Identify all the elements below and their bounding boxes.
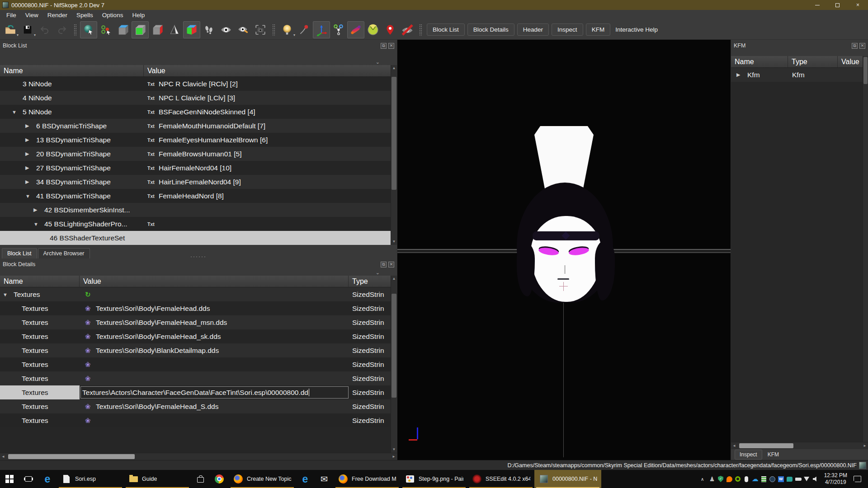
- scrollbar-thumb[interactable]: [8, 454, 135, 459]
- culling-pie-button[interactable]: [364, 21, 382, 38]
- eye-button[interactable]: [217, 21, 235, 38]
- taskbar-sseedit[interactable]: SSEEdit 4.0.2 x64: [467, 470, 534, 488]
- red-cube-button[interactable]: [149, 21, 166, 38]
- block-details-toggle-button[interactable]: Block Details: [467, 23, 514, 36]
- kfm-row[interactable]: ▶Kfm Kfm: [731, 68, 868, 82]
- taskbar-firefox-topic[interactable]: Create New Topic ...: [229, 470, 296, 488]
- detail-row-textures-root[interactable]: ▼Textures↻SizedStrin: [0, 287, 397, 301]
- detail-row-texture[interactable]: Textures❀Textures\Sori\Body\FemaleHead.d…: [0, 301, 397, 315]
- float-panel-icon[interactable]: ⧉: [381, 262, 387, 267]
- chat-tray-icon[interactable]: [785, 470, 794, 488]
- open-dropdown-icon[interactable]: ▾: [17, 33, 19, 37]
- joints-button[interactable]: [330, 21, 347, 38]
- pin-needle-button[interactable]: [296, 21, 313, 38]
- expand-icon[interactable]: ▶: [25, 123, 36, 129]
- splitter-handle[interactable]: [190, 256, 206, 258]
- scrollbar-thumb[interactable]: [392, 77, 396, 190]
- defender-tray-icon[interactable]: ✓: [717, 470, 725, 488]
- hide-eye-button[interactable]: [399, 21, 416, 38]
- kfm-horizontal-scrollbar[interactable]: ◄ ►: [731, 442, 868, 449]
- block-row-41[interactable]: ▼41 BSDynamicTriShapeTxtFemaleHeadNord […: [0, 189, 397, 203]
- solid-cube-button[interactable]: [114, 21, 132, 38]
- hidden-icons-chevron[interactable]: ∧: [697, 477, 708, 482]
- detail-row-texture[interactable]: Textures❀Textures\Sori\Body\FemaleHead_S…: [0, 399, 397, 413]
- header-toggle-button[interactable]: Header: [517, 23, 549, 36]
- texture-path-edit-field[interactable]: Textures\Actors\Character\FaceGenData\Fa…: [80, 386, 349, 399]
- green-cube-button[interactable]: [132, 21, 149, 38]
- kfm-toggle-button[interactable]: KFM: [586, 23, 611, 36]
- onedrive-tray-icon[interactable]: ☁: [751, 470, 760, 488]
- maximize-button[interactable]: [827, 0, 848, 10]
- menu-render[interactable]: Render: [43, 11, 72, 19]
- wifi-tray-icon[interactable]: [802, 470, 811, 488]
- detail-row-texture[interactable]: Textures❀Textures\Sori\Body\FemaleHead_s…: [0, 329, 397, 343]
- block-details-vertical-scrollbar[interactable]: ▲ ▼: [391, 276, 397, 453]
- float-panel-icon[interactable]: ⧉: [852, 43, 858, 49]
- scrollbar-thumb[interactable]: [392, 294, 396, 398]
- avast-tray-icon[interactable]: [725, 470, 734, 488]
- menu-spells[interactable]: Spells: [72, 11, 98, 19]
- tab-inspect[interactable]: Inspect: [735, 450, 762, 460]
- close-panel-icon[interactable]: ✕: [859, 43, 865, 49]
- steam-tray-icon[interactable]: [768, 470, 777, 488]
- close-button[interactable]: ×: [848, 0, 868, 10]
- detail-row-texture[interactable]: Textures❀SizedStrin: [0, 413, 397, 427]
- scroll-left-icon[interactable]: ◄: [0, 453, 6, 460]
- taskbar-paint[interactable]: Step-9g.png - Paint: [401, 470, 467, 488]
- action-center-icon[interactable]: [854, 476, 861, 482]
- expand-icon[interactable]: ▶: [736, 72, 747, 78]
- eye-edit-button[interactable]: [235, 21, 252, 38]
- menu-options[interactable]: Options: [98, 11, 128, 19]
- taskbar-clock[interactable]: 12:32 PM 4/7/2019: [820, 472, 852, 486]
- prism-button[interactable]: [166, 21, 183, 38]
- undo-button[interactable]: [36, 21, 53, 38]
- scroll-left-icon[interactable]: ◄: [731, 442, 737, 449]
- expand-icon[interactable]: ▶: [25, 179, 36, 185]
- bone-button[interactable]: [347, 21, 364, 38]
- block-row-3[interactable]: 3 NiNodeTxtNPC R Clavicle [RClv] [2]: [0, 77, 397, 91]
- column-header-type[interactable]: Type: [788, 56, 838, 67]
- block-row-13[interactable]: ▶13 BSDynamicTriShapeTxtFemaleEyesHumanH…: [0, 133, 397, 147]
- start-button[interactable]: [0, 470, 19, 488]
- open-file-button[interactable]: ▾: [2, 21, 19, 38]
- block-row-34[interactable]: ▶34 BSDynamicTriShapeTxtHairLineFemaleNo…: [0, 175, 397, 189]
- taskbar-chrome[interactable]: [210, 470, 229, 488]
- block-row-45[interactable]: ▼45 BSLightingShaderPro...Txt: [0, 217, 397, 231]
- block-list-toggle-button[interactable]: Block List: [427, 23, 465, 36]
- column-header-type[interactable]: Type: [349, 276, 397, 287]
- column-header-name[interactable]: Name: [0, 65, 144, 76]
- textured-cube-button[interactable]: [183, 21, 200, 38]
- taskbar-mail[interactable]: ✉: [315, 470, 334, 488]
- detail-row-texture[interactable]: Textures❀Textures\Sori\Body\BlankDetailm…: [0, 343, 397, 357]
- expand-icon[interactable]: ▶: [33, 207, 44, 213]
- block-details-horizontal-scrollbar[interactable]: ◄ ►: [0, 453, 397, 460]
- taskbar-firefox-download[interactable]: Free Download M...: [334, 470, 401, 488]
- detail-row-texture-editing[interactable]: TexturesTextures\Actors\Character\FaceGe…: [0, 385, 397, 399]
- taskbar-store[interactable]: [191, 470, 210, 488]
- scroll-down-icon[interactable]: ▼: [391, 239, 397, 245]
- screenshot-button[interactable]: [252, 21, 269, 38]
- block-row-20[interactable]: ▶20 BSDynamicTriShapeTxtFemaleBrowsHuman…: [0, 147, 397, 161]
- battery-tray-icon[interactable]: [794, 470, 802, 488]
- minimize-button[interactable]: [807, 0, 827, 10]
- user-tray-icon[interactable]: ♟: [708, 470, 717, 488]
- inspect-toggle-button[interactable]: Inspect: [552, 23, 583, 36]
- detail-row-texture[interactable]: Textures❀SizedStrin: [0, 371, 397, 385]
- header-chevron-icon[interactable]: ⌄: [376, 59, 380, 65]
- location-pin-button[interactable]: [382, 21, 399, 38]
- volume-tray-icon[interactable]: [811, 470, 820, 488]
- scrollbar-thumb[interactable]: [739, 443, 793, 448]
- expand-icon[interactable]: ▶: [25, 151, 36, 157]
- tab-kfm[interactable]: KFM: [763, 450, 783, 459]
- expand-icon[interactable]: ▶: [25, 165, 36, 171]
- taskbar-nifskope-active[interactable]: 00000800.NIF - Nif...: [534, 470, 601, 488]
- taskbar-guide-folder[interactable]: Guide: [124, 470, 191, 488]
- axes-button[interactable]: [313, 21, 330, 38]
- detail-row-texture[interactable]: Textures❀Textures\Sori\Body\FemaleHead_m…: [0, 315, 397, 329]
- task-view-button[interactable]: [19, 470, 38, 488]
- scroll-right-icon[interactable]: ►: [862, 442, 868, 449]
- mouse-tray-icon[interactable]: [742, 470, 751, 488]
- close-panel-icon[interactable]: ✕: [388, 262, 394, 267]
- block-row-6[interactable]: ▶6 BSDynamicTriShapeTxtFemaleMouthHumano…: [0, 119, 397, 133]
- block-row-5[interactable]: ▼5 NiNodeTxtBSFaceGenNiNodeSkinned [4]: [0, 105, 397, 119]
